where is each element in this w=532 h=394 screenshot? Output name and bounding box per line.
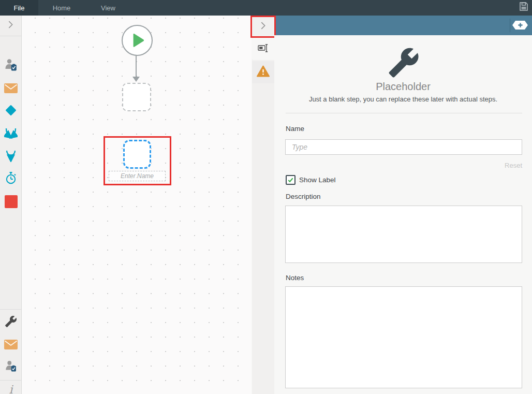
user-task-icon bbox=[5, 360, 17, 374]
menu-tab-file[interactable]: File bbox=[0, 0, 38, 16]
toolbox-item-decision[interactable] bbox=[4, 105, 18, 118]
user-task-icon bbox=[4, 58, 18, 74]
info-icon: i bbox=[9, 383, 12, 394]
merge-arrow-icon bbox=[5, 150, 17, 164]
panel-header-bar bbox=[276, 16, 532, 35]
show-label-checkbox[interactable] bbox=[286, 175, 295, 185]
step-subtitle: Just a blank step, you can replace these… bbox=[274, 95, 532, 103]
show-label-label: Show Label bbox=[299, 176, 336, 184]
toolbox-item-merge[interactable] bbox=[4, 150, 18, 164]
save-button[interactable] bbox=[518, 2, 529, 13]
toolbox-item-mail[interactable] bbox=[4, 82, 18, 96]
warning-icon bbox=[257, 65, 270, 79]
timer-icon bbox=[5, 171, 17, 187]
split-arrows-icon bbox=[4, 127, 18, 142]
wrench-icon bbox=[5, 315, 17, 328]
tab-properties[interactable] bbox=[252, 38, 274, 60]
toolbox-item-user-task-2[interactable] bbox=[4, 360, 18, 374]
step-title: Placeholder bbox=[274, 81, 532, 93]
toolbox-divider bbox=[0, 380, 21, 381]
mail-icon bbox=[4, 340, 18, 352]
menu-bar: File Home View bbox=[0, 0, 532, 16]
rename-icon bbox=[257, 43, 269, 55]
header-divider bbox=[510, 19, 510, 32]
step-toolbox: i bbox=[0, 16, 22, 394]
connector-arrowhead-icon bbox=[132, 77, 140, 82]
toolbox-item-split[interactable] bbox=[4, 128, 18, 141]
description-label: Description bbox=[286, 193, 321, 200]
toolbox-item-timer[interactable] bbox=[4, 172, 18, 186]
name-label: Name bbox=[286, 125, 304, 133]
tab-warnings[interactable] bbox=[252, 61, 274, 83]
toolbox-expand-button[interactable] bbox=[0, 16, 21, 35]
reset-link[interactable]: Reset bbox=[505, 162, 522, 169]
panel-collapse-button[interactable] bbox=[250, 16, 276, 38]
wrench-icon bbox=[388, 47, 420, 79]
placeholder-node-1[interactable] bbox=[122, 83, 151, 111]
plus-badge-icon bbox=[518, 22, 523, 28]
add-step-button[interactable] bbox=[512, 21, 528, 30]
toolbox-item-mail-event[interactable] bbox=[4, 339, 18, 352]
menu-tab-view[interactable]: View bbox=[85, 0, 131, 16]
toolbox-item-wrench[interactable] bbox=[4, 315, 18, 328]
start-node[interactable] bbox=[122, 25, 153, 56]
toolbox-item-stop[interactable] bbox=[4, 196, 18, 209]
step-properties-panel: Placeholder Just a blank step, you can r… bbox=[274, 35, 532, 394]
name-input[interactable] bbox=[285, 139, 522, 155]
toolbox-divider bbox=[0, 36, 21, 36]
toolbox-item-user-task[interactable] bbox=[4, 59, 18, 72]
floppy-disk-icon bbox=[519, 2, 529, 14]
section-divider bbox=[286, 113, 522, 113]
panel-tab-strip bbox=[252, 38, 274, 394]
mail-icon bbox=[4, 83, 18, 95]
node-name-input[interactable]: Enter Name bbox=[109, 171, 166, 181]
description-textarea[interactable] bbox=[285, 206, 522, 263]
workflow-canvas[interactable]: Enter Name bbox=[22, 16, 252, 394]
toolbox-divider bbox=[0, 309, 21, 310]
play-icon bbox=[131, 33, 145, 48]
notes-textarea[interactable] bbox=[285, 286, 522, 388]
decision-diamond-icon bbox=[5, 104, 17, 119]
chevron-right-icon bbox=[259, 21, 268, 32]
stop-square-icon bbox=[5, 195, 18, 210]
check-icon bbox=[287, 177, 294, 183]
toolbox-item-info[interactable]: i bbox=[4, 384, 18, 394]
placeholder-node-2-selected[interactable] bbox=[123, 140, 151, 169]
chevron-right-icon bbox=[6, 20, 15, 31]
notes-label: Notes bbox=[286, 274, 304, 282]
connector-line bbox=[136, 55, 137, 78]
workflow-designer-window: File Home View bbox=[0, 0, 532, 394]
menu-tab-home[interactable]: Home bbox=[38, 0, 85, 16]
